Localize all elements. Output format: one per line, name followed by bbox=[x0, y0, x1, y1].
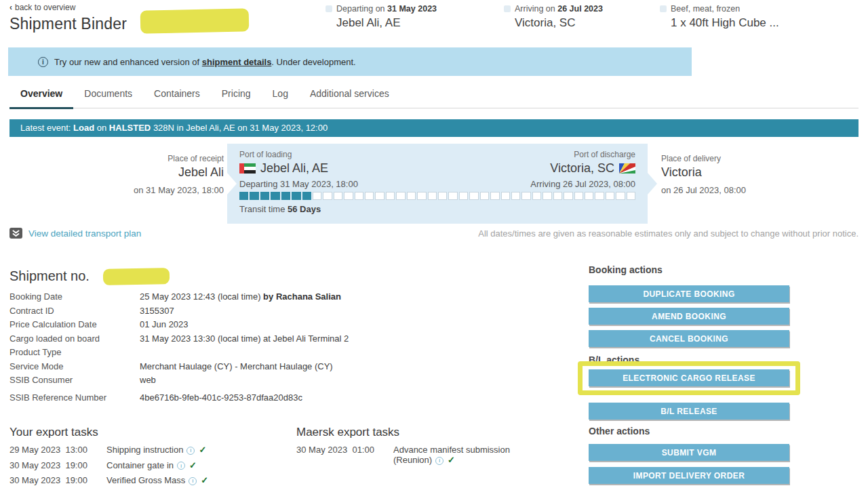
detail-row-booking-date: Booking Date25 May 2023 12:43 (local tim… bbox=[9, 291, 572, 306]
progress-segment bbox=[564, 192, 572, 200]
progress-segment bbox=[344, 192, 353, 200]
task-complete-check-icon: ✓ bbox=[189, 460, 197, 470]
header-arriving-summary: Arriving on 26 Jul 2023 Victoria, SC bbox=[504, 4, 603, 30]
task-container-gate-in: 30 May 2023 19:00 Container gate ini✓ bbox=[9, 460, 281, 470]
tab-log[interactable]: Log bbox=[262, 83, 299, 108]
yellow-highlight-box: ELECTRONIC CARGO RELEASE bbox=[578, 361, 800, 395]
task-info-icon[interactable]: i bbox=[189, 477, 197, 485]
tab-additional-services[interactable]: Additional services bbox=[299, 83, 400, 108]
transport-plan-panel: Port of loading Jebel Ali, AE Departing … bbox=[227, 144, 648, 224]
progress-segment bbox=[448, 192, 457, 200]
progress-segment bbox=[438, 192, 447, 200]
progress-segment bbox=[574, 192, 583, 200]
progress-segment bbox=[355, 192, 363, 200]
progress-segment bbox=[606, 192, 614, 200]
task-info-icon[interactable]: i bbox=[177, 462, 185, 470]
progress-segment bbox=[407, 192, 416, 200]
shipment-details-link[interactable]: shipment details bbox=[202, 57, 272, 67]
detail-row-contract-id: Contract ID3155307 bbox=[9, 306, 572, 320]
uae-flag-icon bbox=[239, 163, 256, 174]
latest-event-bar: Latest event: Load on HALSTED 328N in Je… bbox=[9, 119, 859, 137]
progress-segment bbox=[627, 192, 635, 200]
transit-progress bbox=[239, 192, 635, 200]
dates-disclaimer: All dates/times are given as reasonable … bbox=[478, 228, 859, 239]
other-actions-header: Other actions bbox=[589, 426, 650, 436]
progress-segment bbox=[386, 192, 395, 200]
tab-bar: Overview Documents Containers Pricing Lo… bbox=[9, 83, 859, 108]
detail-row-product-type: Product Type bbox=[9, 347, 572, 361]
detail-row-cargo-loaded: Cargo loaded on board31 May 2023 13:30 (… bbox=[9, 333, 572, 348]
double-chevron-down-icon bbox=[9, 228, 22, 239]
progress-segment bbox=[323, 192, 332, 200]
progress-segment bbox=[469, 192, 478, 200]
departing-icon bbox=[326, 5, 332, 12]
progress-segment bbox=[553, 192, 562, 200]
progress-segment bbox=[501, 192, 510, 200]
back-chevron-icon: ‹ bbox=[9, 3, 12, 12]
progress-segment bbox=[428, 192, 437, 200]
task-info-icon[interactable]: i bbox=[186, 447, 195, 455]
task-complete-check-icon: ✓ bbox=[199, 445, 206, 455]
tab-containers[interactable]: Containers bbox=[143, 83, 211, 108]
cancel-booking-button[interactable]: CANCEL BOOKING bbox=[589, 330, 789, 347]
task-shipping-instruction: 29 May 2023 13:00 Shipping instructioni✓ bbox=[9, 445, 281, 455]
tab-documents[interactable]: Documents bbox=[73, 83, 143, 108]
progress-segment bbox=[365, 192, 374, 200]
task-complete-check-icon: ✓ bbox=[448, 455, 455, 465]
progress-segment bbox=[490, 192, 499, 200]
progress-segment bbox=[585, 192, 593, 200]
maersk-export-tasks: Maersk export tasks 30 May 2023 01:00 Ad… bbox=[296, 426, 568, 470]
maersk-export-tasks-title: Maersk export tasks bbox=[296, 426, 568, 439]
progress-segment bbox=[281, 192, 290, 200]
header-cargo-summary: Beef, meat, frozen 1 x 40ft High Cube ..… bbox=[660, 4, 779, 30]
progress-segment bbox=[532, 192, 541, 200]
detail-row-service-mode: Service ModeMerchant Haulage (CY) - Merc… bbox=[9, 361, 572, 375]
arriving-location: Victoria, SC bbox=[515, 16, 603, 30]
import-delivery-order-button[interactable]: IMPORT DELIVERY ORDER bbox=[589, 467, 789, 484]
progress-segment bbox=[396, 192, 405, 200]
new-version-banner: i Try our new and enhanced version of sh… bbox=[8, 47, 692, 76]
transit-time: Transit time 56 Days bbox=[239, 204, 321, 214]
task-info-icon[interactable]: i bbox=[435, 457, 443, 465]
your-export-tasks: Your export tasks 29 May 2023 13:00 Ship… bbox=[9, 426, 281, 488]
back-to-overview-link[interactable]: ‹back to overview bbox=[9, 3, 75, 12]
progress-segment bbox=[480, 192, 489, 200]
cargo-container: 1 x 40ft High Cube ... bbox=[671, 16, 779, 30]
view-detailed-transport-plan-link[interactable]: View detailed transport plan bbox=[9, 228, 141, 239]
progress-segment bbox=[334, 192, 342, 200]
progress-segment bbox=[542, 192, 551, 200]
progress-segment bbox=[417, 192, 426, 200]
header-departing-summary: Departing on 31 May 2023 Jebel Ali, AE bbox=[326, 4, 437, 30]
tab-pricing[interactable]: Pricing bbox=[211, 83, 262, 108]
booking-actions-header: Booking actions bbox=[589, 264, 663, 275]
progress-segment bbox=[511, 192, 520, 200]
port-of-discharge: Port of discharge Victoria, SC Arriving … bbox=[530, 150, 635, 189]
bl-release-button[interactable]: B/L RELEASE bbox=[589, 403, 789, 420]
shipment-number-title: Shipment no. bbox=[9, 268, 90, 284]
progress-segment bbox=[239, 192, 248, 200]
progress-segment bbox=[459, 192, 468, 200]
tab-overview[interactable]: Overview bbox=[9, 83, 73, 109]
info-icon: i bbox=[38, 57, 48, 67]
progress-segment bbox=[595, 192, 604, 200]
progress-segment bbox=[616, 192, 625, 200]
duplicate-booking-button[interactable]: DUPLICATE BOOKING bbox=[589, 285, 789, 302]
progress-segment bbox=[375, 192, 384, 200]
progress-segment bbox=[302, 192, 311, 200]
amend-booking-button[interactable]: AMEND BOOKING bbox=[589, 308, 789, 325]
detail-row-ssib-reference: SSIB Reference Number4be6716b-9feb-401c-… bbox=[9, 392, 572, 407]
seychelles-flag-icon bbox=[619, 163, 635, 174]
shipment-detail-rows: Booking Date25 May 2023 12:43 (local tim… bbox=[9, 291, 572, 406]
cargo-icon bbox=[660, 5, 667, 12]
detail-row-price-calc-date: Price Calculation Date01 Jun 2023 bbox=[9, 319, 572, 333]
progress-segment bbox=[271, 192, 279, 200]
task-advance-manifest: 30 May 2023 01:00 Advance manifest submi… bbox=[296, 445, 568, 465]
arriving-icon bbox=[504, 5, 511, 12]
place-of-receipt: Place of receipt Jebel Ali on 31 May 202… bbox=[41, 154, 224, 195]
redacted-shipment-no-highlight bbox=[103, 268, 170, 285]
task-verified-gross-mass: 30 May 2023 19:00 Verified Gross Massi✓ bbox=[9, 475, 281, 485]
electronic-cargo-release-button[interactable]: ELECTRONIC CARGO RELEASE bbox=[589, 369, 789, 386]
progress-segment bbox=[292, 192, 300, 200]
submit-vgm-button[interactable]: SUBMIT VGM bbox=[589, 444, 789, 461]
progress-segment bbox=[260, 192, 269, 200]
